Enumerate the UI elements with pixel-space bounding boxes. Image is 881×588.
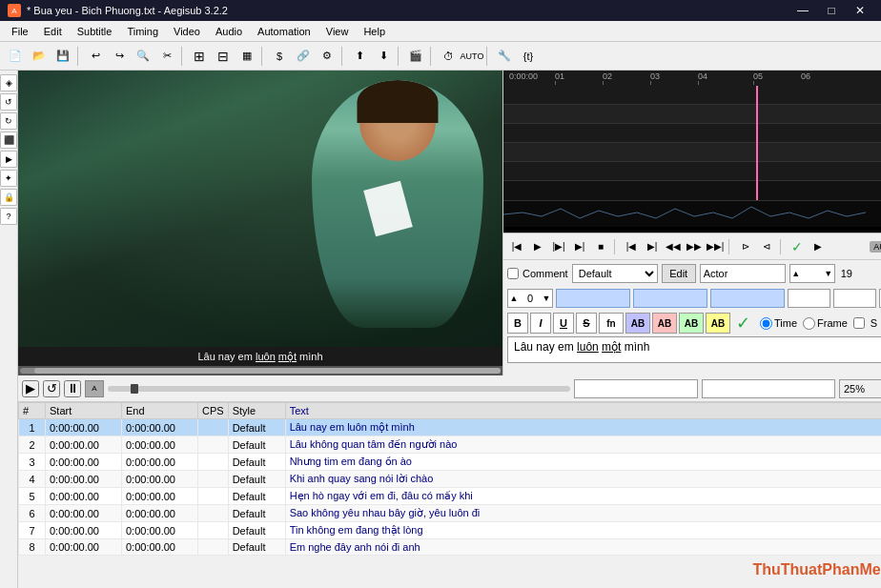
color4-btn[interactable]: AB bbox=[706, 313, 730, 334]
toolbar-save[interactable]: 💾 bbox=[51, 45, 74, 68]
margin1-input[interactable]: 0 bbox=[788, 289, 830, 308]
actor-input[interactable] bbox=[700, 264, 786, 283]
minimize-button[interactable]: — bbox=[789, 0, 816, 21]
layer-input[interactable] bbox=[802, 265, 823, 282]
mark-in[interactable]: ⊳ bbox=[736, 237, 755, 256]
pos-loop-btn[interactable]: ↺ bbox=[43, 380, 60, 397]
margin-up[interactable]: ▲ bbox=[508, 294, 520, 303]
menu-video[interactable]: Video bbox=[166, 21, 208, 42]
color1-btn[interactable]: AB bbox=[625, 313, 650, 334]
menu-subtitle[interactable]: Subtitle bbox=[70, 21, 120, 42]
table-row[interactable]: 5 0:00:00.00 0:00:00.00 Default Hẹn hò n… bbox=[19, 488, 882, 505]
table-row[interactable]: 3 0:00:00.00 0:00:00.00 Default Nhưng ti… bbox=[19, 454, 882, 471]
style-select[interactable]: Default bbox=[572, 264, 658, 283]
play-forward[interactable]: ▶ bbox=[528, 237, 547, 256]
stop[interactable]: ■ bbox=[591, 237, 610, 256]
prev-frame[interactable]: |◀ bbox=[622, 237, 641, 256]
table-row[interactable]: 4 0:00:00.00 0:00:00.00 Default Khi anh … bbox=[19, 471, 882, 488]
bold-btn[interactable]: B bbox=[507, 313, 528, 334]
extra-checkbox[interactable] bbox=[853, 317, 865, 329]
step-back-500[interactable]: ◀◀ bbox=[664, 237, 683, 256]
play-begin[interactable]: |▶| bbox=[549, 237, 568, 256]
color2-btn[interactable]: AB bbox=[652, 313, 677, 334]
margin-input[interactable] bbox=[520, 293, 541, 304]
margin-down[interactable]: ▼ bbox=[541, 294, 552, 303]
toolbar-btn-8[interactable]: ▦ bbox=[236, 45, 258, 68]
toolbar-time[interactable]: ⏱ bbox=[437, 45, 460, 68]
maximize-button[interactable]: □ bbox=[818, 0, 845, 21]
toolbar-btn-13[interactable]: ⬇ bbox=[372, 45, 395, 68]
close-button[interactable]: ✕ bbox=[847, 0, 873, 21]
sidebar-btn-1[interactable]: ◈ bbox=[0, 74, 17, 91]
play-check[interactable]: ✓ bbox=[788, 237, 807, 256]
table-row[interactable]: 1 0:00:00.00 0:00:00.00 Default Lâu nay … bbox=[19, 419, 882, 436]
toolbar-open[interactable]: 📂 bbox=[28, 45, 51, 68]
layer-down[interactable]: ▼ bbox=[823, 269, 834, 278]
play-next[interactable]: ▶ bbox=[809, 237, 828, 256]
pos-play-btn[interactable]: ▶ bbox=[22, 380, 39, 397]
step-fwd-end[interactable]: ▶▶| bbox=[706, 237, 725, 256]
accept-btn[interactable]: ✓ bbox=[736, 313, 750, 334]
toolbar-auto[interactable]: AUTO bbox=[461, 45, 483, 68]
toolbar-btn-12[interactable]: ⬆ bbox=[348, 45, 371, 68]
sidebar-btn-5[interactable]: ▶ bbox=[0, 151, 17, 168]
strikethrough-btn[interactable]: S bbox=[576, 313, 597, 334]
offset-display[interactable]: +12583ms; +12583ms bbox=[702, 379, 835, 398]
layer-up[interactable]: ▲ bbox=[790, 269, 802, 278]
menu-file[interactable]: File bbox=[4, 21, 36, 42]
table-row[interactable]: 2 0:00:00.00 0:00:00.00 Default Lâu khôn… bbox=[19, 436, 882, 454]
mark-out[interactable]: ⊲ bbox=[757, 237, 776, 256]
comment-checkbox[interactable] bbox=[507, 268, 519, 279]
zoom-select[interactable]: 25% 50% 100% 200% bbox=[839, 379, 881, 398]
play-to-start[interactable]: |◀ bbox=[507, 237, 526, 256]
sidebar-btn-6[interactable]: ✦ bbox=[0, 170, 17, 187]
scrub-track[interactable] bbox=[108, 386, 570, 392]
toolbar-redo[interactable]: ↪ bbox=[108, 45, 131, 68]
end-time-input[interactable]: 0:00:00.00 bbox=[633, 289, 707, 308]
menu-audio[interactable]: Audio bbox=[208, 21, 250, 42]
time-radio[interactable] bbox=[760, 317, 772, 330]
menu-automation[interactable]: Automation bbox=[250, 21, 318, 42]
menu-edit[interactable]: Edit bbox=[36, 21, 70, 42]
toolbar-dollar[interactable]: $ bbox=[268, 45, 291, 68]
toolbar-video-open[interactable]: 🎬 bbox=[404, 45, 427, 68]
table-row[interactable]: 7 0:00:00.00 0:00:00.00 Default Tin khôn… bbox=[19, 522, 882, 539]
color3-btn[interactable]: AB bbox=[679, 313, 704, 334]
toolbar-btn-10[interactable]: 🔗 bbox=[292, 45, 315, 68]
menu-help[interactable]: Help bbox=[356, 21, 393, 42]
margin2-input[interactable]: 0 bbox=[833, 289, 876, 308]
frame-radio[interactable] bbox=[803, 317, 815, 330]
sidebar-btn-3[interactable]: ↻ bbox=[0, 112, 17, 130]
toolbar-new[interactable]: 📄 bbox=[4, 45, 27, 68]
text-editor[interactable]: Lâu nay em luôn một mình bbox=[507, 336, 881, 363]
next-frame[interactable]: ▶| bbox=[643, 237, 662, 256]
edit-button[interactable]: Edit bbox=[662, 264, 696, 283]
duration-input[interactable]: 0:00:00.00 bbox=[710, 289, 785, 308]
toolbar-settings[interactable]: {t} bbox=[517, 45, 540, 68]
step-fwd-500[interactable]: ▶▶ bbox=[685, 237, 704, 256]
menu-view[interactable]: View bbox=[318, 21, 357, 42]
start-time-input[interactable]: 0:00:00.00 bbox=[556, 289, 630, 308]
toolbar-grid[interactable]: ⊞ bbox=[188, 45, 211, 68]
sidebar-btn-7[interactable]: 🔒 bbox=[0, 189, 17, 206]
underline-btn[interactable]: U bbox=[553, 313, 574, 334]
toolbar-undo[interactable]: ↩ bbox=[84, 45, 107, 68]
font-btn[interactable]: fn bbox=[599, 313, 624, 334]
sidebar-btn-2[interactable]: ↺ bbox=[0, 93, 17, 111]
toolbar-tools[interactable]: 🔧 bbox=[493, 45, 516, 68]
subtitle-table-wrapper[interactable]: # Start End CPS Style Text 1 0:00:00.00 … bbox=[18, 402, 881, 556]
toolbar-btn-5[interactable]: ✂ bbox=[155, 45, 178, 68]
table-row[interactable]: 8 0:00:00.00 0:00:00.00 Default Em nghe … bbox=[19, 539, 882, 556]
toolbar-btn-11[interactable]: ⚙ bbox=[316, 45, 338, 68]
toolbar-grid2[interactable]: ⊟ bbox=[212, 45, 235, 68]
sidebar-btn-4[interactable]: ⬛ bbox=[0, 132, 17, 149]
table-row[interactable]: 6 0:00:00.00 0:00:00.00 Default Sao khôn… bbox=[19, 505, 882, 522]
pos-pause-btn[interactable]: ⏸ bbox=[64, 380, 81, 397]
scrub-thumb[interactable] bbox=[131, 384, 138, 394]
sidebar-btn-8[interactable]: ? bbox=[0, 208, 17, 225]
toolbar-find[interactable]: 🔍 bbox=[132, 45, 154, 68]
menu-timing[interactable]: Timing bbox=[119, 21, 166, 42]
pos-auto-btn[interactable]: A bbox=[85, 380, 104, 397]
time-display[interactable]: 0:00:12.583 – 302 bbox=[574, 379, 698, 398]
play-end[interactable]: ▶| bbox=[570, 237, 589, 256]
